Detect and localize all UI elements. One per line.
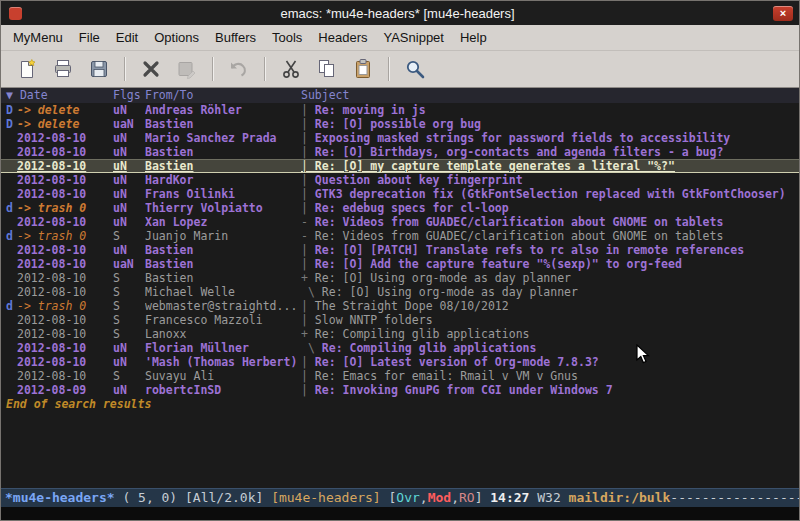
copy-icon bbox=[316, 58, 338, 80]
new-file-button[interactable] bbox=[11, 55, 43, 83]
menu-item-file[interactable]: File bbox=[71, 27, 108, 48]
message-row[interactable]: 2012-08-10uNMario Sanchez Prada| Exposin… bbox=[1, 131, 799, 145]
message-from: Mario Sanchez Prada bbox=[145, 131, 301, 145]
menu-item-buffers[interactable]: Buffers bbox=[207, 27, 264, 48]
column-header-subject[interactable]: Subject bbox=[301, 88, 799, 103]
modeline-segment-time: 14:27 bbox=[490, 490, 537, 505]
message-row[interactable]: 2012-08-10uaNBastien| Re: [O] Add the ca… bbox=[1, 257, 799, 271]
mark-target: -> trash 0 bbox=[17, 229, 113, 243]
message-row[interactable]: 2012-08-10uNFrans Oilinki| GTK3 deprecat… bbox=[1, 187, 799, 201]
message-row[interactable]: 2012-08-10SMichael Welle \ Re: [O] Using… bbox=[1, 285, 799, 299]
message-from: Thierry Volpiatto bbox=[145, 201, 301, 215]
message-from: Florian Müllner bbox=[145, 341, 301, 355]
message-from: HardKor bbox=[145, 173, 301, 187]
message-row[interactable]: 2012-08-10uNBastien| Re: [O] my capture … bbox=[1, 159, 799, 173]
message-row[interactable]: 2012-08-10uNHardKor| Question about key … bbox=[1, 173, 799, 187]
message-row[interactable]: d-> trash 0uNThierry Volpiatto| Re: edeb… bbox=[1, 201, 799, 215]
mark-target: -> trash 0 bbox=[17, 299, 113, 313]
thread-prefix: | bbox=[301, 201, 315, 215]
message-flags: S bbox=[113, 369, 145, 383]
message-subject-cell: | Re: Emacs for email: Rmail v VM v Gnus bbox=[301, 369, 799, 383]
message-row[interactable]: d-> trash 0SJuanjo Marin- Re: Videos fro… bbox=[1, 229, 799, 243]
message-subject: Re: edebug specs for cl-loop bbox=[315, 201, 509, 215]
buffer: ▼ Date Flgs From/To Subject D-> deleteuN… bbox=[1, 88, 799, 488]
message-subject: Re: [O] my capture template generates a … bbox=[315, 159, 675, 173]
header-line: ▼ Date Flgs From/To Subject bbox=[1, 88, 799, 103]
modeline-segment-path: maildir:/bulk bbox=[569, 490, 671, 505]
close-button[interactable] bbox=[135, 55, 167, 83]
message-subject-cell: | Exposing masked strings for password f… bbox=[301, 131, 799, 145]
column-header-flags[interactable]: Flgs bbox=[113, 88, 145, 103]
menu-item-tools[interactable]: Tools bbox=[264, 27, 310, 48]
column-header-from[interactable]: From/To bbox=[145, 88, 301, 103]
thread-prefix: + bbox=[301, 271, 315, 285]
message-row[interactable]: 2012-08-10uNXan Lopez- Re: Videos from G… bbox=[1, 215, 799, 229]
message-row[interactable]: D-> deleteuaNBastien| Re: [O] possible o… bbox=[1, 117, 799, 131]
echo-area[interactable] bbox=[1, 507, 799, 520]
message-mark bbox=[6, 243, 17, 257]
message-from: Bastien bbox=[145, 159, 301, 173]
message-date: 2012-08-10 bbox=[17, 131, 113, 145]
message-row[interactable]: 2012-08-10SBastien+ Re: [O] Using org-mo… bbox=[1, 271, 799, 285]
modeline-segment-minor-mode: [mu4e-headers] bbox=[271, 490, 388, 505]
message-from: Michael Welle bbox=[145, 285, 301, 299]
message-subject-cell: | Re: [O] Add the capture feature "%(sex… bbox=[301, 257, 799, 271]
message-flags: uN bbox=[113, 355, 145, 369]
thread-prefix: - bbox=[301, 215, 315, 229]
app-icon[interactable] bbox=[9, 7, 22, 20]
search-button[interactable] bbox=[399, 55, 431, 83]
message-row[interactable]: D-> deleteuNAndreas Röhler| Re: moving i… bbox=[1, 103, 799, 117]
menu-item-headers[interactable]: Headers bbox=[310, 27, 375, 48]
thread-prefix: - bbox=[301, 229, 315, 243]
message-row[interactable]: 2012-08-10SSuvayu Ali| Re: Emacs for ema… bbox=[1, 369, 799, 383]
message-subject-cell: | Re: Invoking GnuPG from CGI under Wind… bbox=[301, 383, 799, 397]
paste-button[interactable] bbox=[347, 55, 379, 83]
message-subject-cell: \ Re: Compiling glib applications bbox=[301, 341, 799, 355]
message-from: Andreas Röhler bbox=[145, 103, 301, 117]
message-mark: d bbox=[6, 299, 17, 313]
close-button[interactable]: × bbox=[773, 6, 793, 21]
message-mark bbox=[6, 215, 17, 229]
thread-prefix: | bbox=[301, 355, 315, 369]
message-flags: uaN bbox=[113, 257, 145, 271]
message-flags: uN bbox=[113, 173, 145, 187]
menu-item-edit[interactable]: Edit bbox=[108, 27, 146, 48]
modeline-segment-dashes: -------------------------------- bbox=[670, 490, 799, 505]
column-header-date[interactable]: ▼ Date bbox=[6, 88, 113, 103]
copy-button[interactable] bbox=[311, 55, 343, 83]
print-button[interactable] bbox=[47, 55, 79, 83]
modeline: *mu4e-headers* ( 5, 0) [All/2.0k] [mu4e-… bbox=[1, 488, 799, 507]
cut-icon bbox=[280, 58, 302, 80]
modeline-segment-buffer-name: *mu4e-headers* bbox=[5, 490, 115, 505]
end-of-results-text: End of search results bbox=[1, 397, 799, 411]
toolbar-separator bbox=[264, 57, 266, 81]
message-from: Lanoxx bbox=[145, 327, 301, 341]
menu-item-options[interactable]: Options bbox=[146, 27, 207, 48]
menu-item-yasnippet[interactable]: YASnippet bbox=[375, 27, 451, 48]
message-row[interactable]: 2012-08-10uNFlorian Müllner \ Re: Compil… bbox=[1, 341, 799, 355]
message-row[interactable]: 2012-08-09uNrobertcInSD| Re: Invoking Gn… bbox=[1, 383, 799, 397]
message-flags: uN bbox=[113, 103, 145, 117]
message-mark bbox=[6, 341, 17, 355]
message-mark: D bbox=[6, 103, 17, 117]
menu-item-mymenu[interactable]: MyMenu bbox=[5, 27, 71, 48]
message-date: 2012-08-10 bbox=[17, 285, 113, 299]
message-row[interactable]: d-> trash 0Swebmaster@straightd...| The … bbox=[1, 299, 799, 313]
message-row[interactable]: 2012-08-10uNBastien| Re: [O] [PATCH] Tra… bbox=[1, 243, 799, 257]
toolbar-separator bbox=[388, 57, 390, 81]
cut-button[interactable] bbox=[275, 55, 307, 83]
message-row[interactable]: 2012-08-10SLanoxx+ Re: Compiling glib ap… bbox=[1, 327, 799, 341]
message-subject-cell: | Re: [O] [PATCH] Translate refs to rc a… bbox=[301, 243, 799, 257]
message-subject-cell: | Re: [O] Birthdays, org-contacts and ag… bbox=[301, 145, 799, 159]
message-from: Francesco Mazzoli bbox=[145, 313, 301, 327]
message-mark: d bbox=[6, 229, 17, 243]
message-subject-cell: \ Re: [O] Using org-mode as day planner bbox=[301, 285, 799, 299]
toolbar-separator bbox=[212, 57, 214, 81]
menu-item-help[interactable]: Help bbox=[452, 27, 495, 48]
message-row[interactable]: 2012-08-10uNBastien| Re: [O] Birthdays, … bbox=[1, 145, 799, 159]
message-flags: S bbox=[113, 327, 145, 341]
save-button[interactable] bbox=[83, 55, 115, 83]
message-row[interactable]: 2012-08-10uN'Mash (Thomas Herbert)| Re: … bbox=[1, 355, 799, 369]
message-flags: S bbox=[113, 271, 145, 285]
message-row[interactable]: 2012-08-10SFrancesco Mazzoli| Slow NNTP … bbox=[1, 313, 799, 327]
